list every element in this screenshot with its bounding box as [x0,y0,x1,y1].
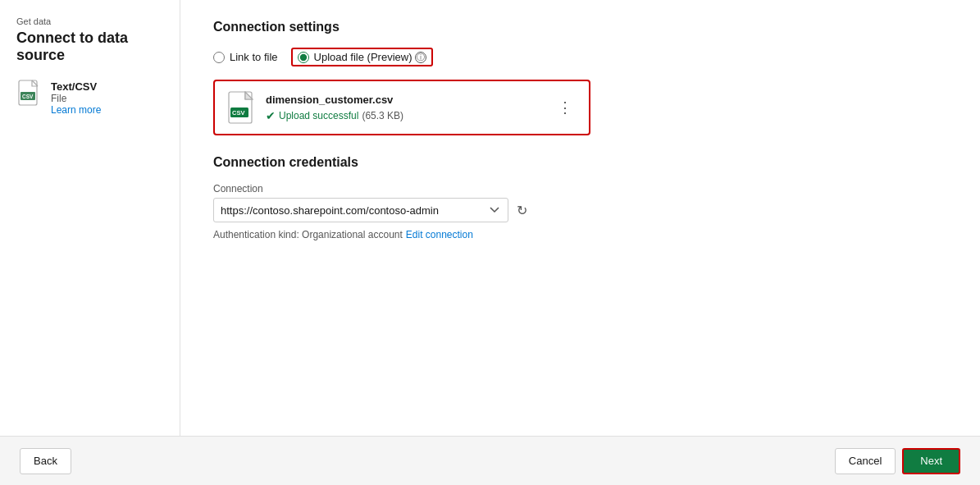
file-name: dimension_customer.csv [266,94,403,106]
upload-option-wrapper: Upload file (Preview) ⓘ [291,48,434,66]
cancel-button[interactable]: Cancel [835,448,896,474]
upload-status-text: Upload successful [279,110,358,121]
footer: Back Cancel Next [0,436,980,485]
sidebar-item-textcsv: CSV Text/CSV File Learn more [16,80,163,116]
file-info: CSV dimension_customer.csv ✔ Upload succ… [228,91,403,124]
radio-upload-file[interactable]: Upload file (Preview) [298,51,413,63]
breadcrumb: Get data [16,16,163,26]
sidebar-item-name: Text/CSV [51,80,101,93]
radio-link-to-file[interactable]: Link to file [213,51,278,63]
csv-file-icon: CSV [16,80,43,107]
edit-connection-link[interactable]: Edit connection [406,229,473,240]
file-status: ✔ Upload successful (65.3 KB) [266,109,403,122]
info-icon[interactable]: ⓘ [415,52,426,63]
connection-settings-title: Connection settings [213,20,947,34]
file-upload-box: CSV dimension_customer.csv ✔ Upload succ… [213,80,590,135]
sidebar-item-info: Text/CSV File Learn more [51,80,101,116]
svg-text:CSV: CSV [232,109,244,117]
learn-more-link[interactable]: Learn more [51,104,101,116]
connection-row: https://contoso.sharepoint.com/contoso-a… [213,198,947,222]
page-title: Connect to data source [16,30,163,64]
radio-upload-input[interactable] [298,52,309,63]
radio-upload-label: Upload file (Preview) [314,51,413,63]
connection-select[interactable]: https://contoso.sharepoint.com/contoso-a… [213,198,508,222]
file-menu-button[interactable]: ⋮ [554,97,576,118]
footer-left: Back [20,448,71,474]
connection-field-label: Connection [213,183,947,194]
auth-label: Authentication kind: Organizational acco… [213,229,403,240]
sidebar: Get data Connect to data source CSV Text… [0,0,180,436]
refresh-button[interactable]: ↻ [515,201,529,220]
next-button[interactable]: Next [902,448,960,474]
radio-link-input[interactable] [213,52,225,63]
file-csv-icon: CSV [228,91,258,124]
radio-link-label: Link to file [230,51,278,63]
file-size: (65.3 KB) [362,110,403,121]
file-details: dimension_customer.csv ✔ Upload successf… [266,94,403,122]
back-button[interactable]: Back [20,448,71,474]
sidebar-item-type: File [51,93,101,104]
credentials-section: Connection credentials Connection https:… [213,155,947,240]
status-check-icon: ✔ [266,109,276,122]
credentials-title: Connection credentials [213,155,947,170]
radio-group: Link to file Upload file (Preview) ⓘ [213,48,947,66]
svg-text:CSV: CSV [22,94,34,99]
content-area: Connection settings Link to file Upload … [180,0,980,436]
auth-row: Authentication kind: Organizational acco… [213,229,947,240]
footer-right: Cancel Next [835,448,960,474]
